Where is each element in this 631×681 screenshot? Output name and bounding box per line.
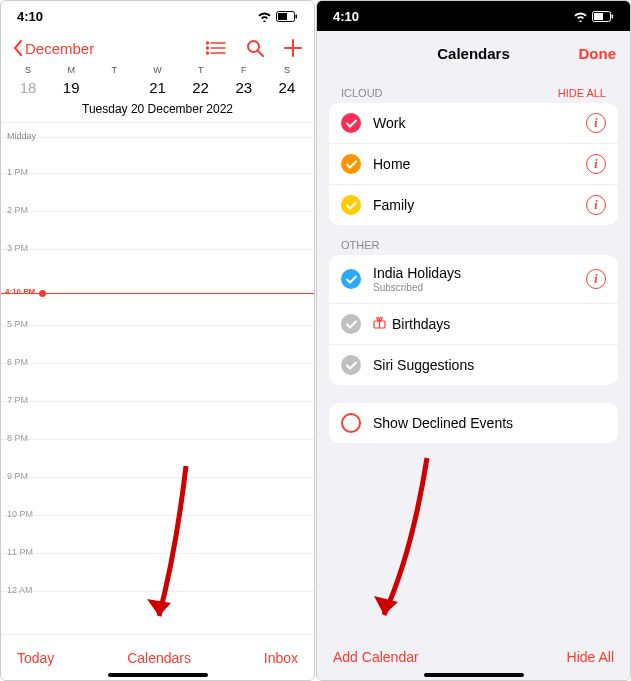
inbox-button[interactable]: Inbox xyxy=(264,650,298,666)
search-icon[interactable] xyxy=(246,39,264,57)
full-date-label: Tuesday 20 December 2022 xyxy=(1,98,314,123)
wifi-icon xyxy=(257,11,272,22)
check-icon xyxy=(341,154,361,174)
status-time: 4:10 xyxy=(17,9,43,24)
calendar-row-birthdays[interactable]: Birthdays xyxy=(329,303,618,344)
date-18[interactable]: 18 xyxy=(13,79,43,96)
section-header-other: OTHER xyxy=(317,225,630,255)
date-24[interactable]: 24 xyxy=(272,79,302,96)
done-button[interactable]: Done xyxy=(579,45,617,62)
unchecked-ring-icon xyxy=(341,413,361,433)
status-icons xyxy=(573,11,614,22)
back-label: December xyxy=(25,40,94,57)
sheet-header: Calendars Done xyxy=(317,33,630,73)
check-icon xyxy=(341,269,361,289)
list-view-icon[interactable] xyxy=(206,41,226,55)
status-icons xyxy=(257,11,298,22)
svg-rect-14 xyxy=(594,13,603,20)
chevron-left-icon xyxy=(13,40,23,56)
svg-point-6 xyxy=(207,42,209,44)
svg-line-10 xyxy=(258,51,263,56)
section-header-icloud: ICLOUD HIDE ALL xyxy=(317,73,630,103)
weekday-row: S M T W T F S xyxy=(1,65,314,75)
annotation-arrow-right xyxy=(362,453,442,643)
calendar-row-holidays[interactable]: India Holidays Subscribed i xyxy=(329,255,618,303)
calendar-header: December xyxy=(1,31,314,61)
check-icon xyxy=(341,355,361,375)
calendar-row-siri[interactable]: Siri Suggestions xyxy=(329,344,618,385)
day-timeline[interactable]: Midday 1 PM 2 PM 3 PM 4:10 PM 5 PM 6 PM … xyxy=(1,123,314,623)
svg-rect-2 xyxy=(296,14,298,18)
gift-icon xyxy=(373,315,386,333)
icloud-calendars-card: Work i Home i Family i xyxy=(329,103,618,225)
calendar-row-work[interactable]: Work i xyxy=(329,103,618,143)
hide-all-icloud-button[interactable]: HIDE ALL xyxy=(558,87,606,99)
status-bar: 4:10 xyxy=(1,1,314,31)
calendar-day-view: 4:10 December S M T W T F S xyxy=(0,0,315,681)
svg-rect-1 xyxy=(278,13,287,20)
info-icon[interactable]: i xyxy=(586,269,606,289)
current-time-line xyxy=(1,293,314,294)
calendars-sheet-view: 4:10 Calendars Done ICLOUD HIDE ALL Work… xyxy=(316,0,631,681)
svg-point-7 xyxy=(207,47,209,49)
calendars-button[interactable]: Calendars xyxy=(127,650,191,666)
declined-events-card: Show Declined Events xyxy=(329,403,618,443)
wifi-icon xyxy=(573,11,588,22)
sheet-title: Calendars xyxy=(437,45,510,62)
hide-all-button[interactable]: Hide All xyxy=(567,649,614,665)
back-button[interactable]: December xyxy=(13,40,94,57)
check-icon xyxy=(341,314,361,334)
date-row: 18 19 20 21 22 23 24 xyxy=(1,75,314,98)
svg-rect-15 xyxy=(612,14,614,18)
date-21[interactable]: 21 xyxy=(142,79,172,96)
add-event-icon[interactable] xyxy=(284,39,302,57)
check-icon xyxy=(341,195,361,215)
date-22[interactable]: 22 xyxy=(186,79,216,96)
info-icon[interactable]: i xyxy=(586,154,606,174)
today-button[interactable]: Today xyxy=(17,650,54,666)
battery-icon xyxy=(592,11,614,22)
other-calendars-card: India Holidays Subscribed i Birthdays Si… xyxy=(329,255,618,385)
calendars-sheet: Calendars Done ICLOUD HIDE ALL Work i Ho… xyxy=(317,33,630,680)
check-icon xyxy=(341,113,361,133)
status-time: 4:10 xyxy=(333,9,359,24)
date-19[interactable]: 19 xyxy=(56,79,86,96)
show-declined-events-toggle[interactable]: Show Declined Events xyxy=(329,403,618,443)
date-23[interactable]: 23 xyxy=(229,79,259,96)
calendar-row-home[interactable]: Home i xyxy=(329,143,618,184)
home-indicator[interactable] xyxy=(108,673,208,677)
home-indicator[interactable] xyxy=(424,673,524,677)
svg-point-8 xyxy=(207,52,209,54)
current-time-label: 4:10 PM xyxy=(5,287,35,296)
add-calendar-button[interactable]: Add Calendar xyxy=(333,649,419,665)
info-icon[interactable]: i xyxy=(586,113,606,133)
info-icon[interactable]: i xyxy=(586,195,606,215)
battery-icon xyxy=(276,11,298,22)
date-20-today[interactable]: 20 xyxy=(99,79,129,96)
calendar-row-family[interactable]: Family i xyxy=(329,184,618,225)
status-bar: 4:10 xyxy=(317,1,630,31)
